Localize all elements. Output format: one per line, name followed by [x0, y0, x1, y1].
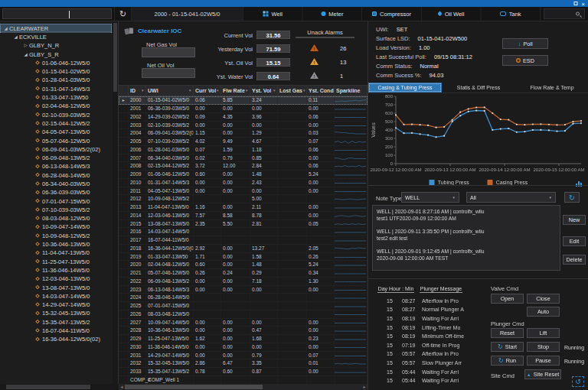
table-row[interactable]: 202710-09-047-14W5/00.000.000.000.00 [119, 318, 368, 327]
table-row[interactable]: 203315-35-047-13W5/20.780.600.870.00 [119, 368, 368, 376]
notes-list[interactable]: WELL | 2020-09-01 8:27:16 AM | controlfx… [372, 205, 560, 271]
tree-well-item[interactable]: 14-03-047-14W5/0 [0, 291, 112, 300]
note-item[interactable]: WELL | 2020-09-01 9:12:45 AM | controlfx… [377, 248, 556, 262]
nav-button-oil-well[interactable]: Oil Well [422, 7, 482, 21]
table-row[interactable]: 200214-29-039-02W5/20.094.353.960.06 [119, 113, 368, 122]
tree-well-item[interactable]: 06-28-046-14W5/0 [0, 171, 112, 179]
note-item[interactable]: WELL | 2020-09-11 3:35:50 PM | controlfx… [377, 228, 556, 242]
column-header-yst-vol[interactable]: Yst. Vol▼ [250, 86, 278, 96]
table-row[interactable]: 202608-03-048-12W5/0 [119, 310, 368, 319]
table-row[interactable]: 201311-04-047-13W5/01.160.002.110.00 [119, 203, 368, 212]
plunger-run-button[interactable]: ↻Run [491, 356, 524, 366]
table-row[interactable]: 203011-36-046-14W5/00.000.000.000.00 [119, 343, 368, 352]
valve-open-button[interactable]: Open [491, 294, 524, 304]
table-row[interactable]: 201816-36-044-12W5/0(02)2.920.0013.272.0… [119, 245, 368, 253]
new-note-button[interactable]: New [563, 215, 586, 225]
table-row[interactable]: 201104-05-047-13W5/00.000.000.000.00 [119, 187, 368, 195]
column-header-flw-rate[interactable]: Flw Rate▼ [221, 86, 250, 96]
tree-well-item[interactable]: 10-09-047-14W5/0 [0, 223, 112, 231]
table-row[interactable]: 200507-10-039-03W5/24.029.494.670.07 [119, 138, 368, 146]
table-row[interactable]: 201901-33-047-13W501.710.001.580.26 [119, 252, 368, 261]
tree-well-item[interactable]: 02-10-039-03W5/2 [0, 110, 112, 119]
plunger-pause-button[interactable]: Pause [527, 356, 560, 366]
table-row[interactable]: ▸200001-15-041-02W5/00.065.853.240.11 [119, 96, 368, 105]
column-header-sparkline[interactable]: Sparkline [335, 86, 368, 96]
tree-well-item[interactable]: 04-05-047-13W5/0 [0, 128, 112, 136]
tree-well-item[interactable]: 11-36-046-14W5/0 [0, 265, 112, 274]
tree-well-item[interactable]: 16-07-044-11W5/0 [0, 326, 112, 334]
tab-statis-diff-press[interactable]: Statis & Diff Press [442, 83, 515, 93]
sidebar-vscrollbar[interactable] [113, 21, 118, 384]
table-row[interactable]: 201513-08-047-13W5/02.355.502.810.05 [119, 219, 368, 228]
table-row[interactable]: 202105-07-046-12W5/00.260.240.290.34 [119, 269, 368, 278]
table-row[interactable]: 200601-28-041-03W5/00.071.591.180.06 [119, 146, 368, 154]
valve-close-button[interactable]: Close [527, 294, 560, 304]
table-hscrollbar[interactable]: ◄ ► [119, 384, 368, 390]
table-row[interactable]: 202002-04-048-12W5/00.600.001.485.24 [119, 261, 368, 269]
column-header-uwi[interactable]: UWI▼ [146, 86, 194, 96]
table-row[interactable]: 202507-01-047-15W5/0 [119, 302, 368, 310]
close-icon[interactable]: × [582, 1, 585, 7]
alarm-row-medium[interactable]: !13 [310, 58, 346, 65]
plunger-lift-button[interactable]: Lift [527, 328, 560, 338]
tree-well-item[interactable]: 06-36-039-03W5/0 [0, 188, 112, 197]
table-row[interactable]: 202406-28-046-14W5/0 [119, 294, 368, 302]
tree-well-item[interactable]: 08-03-048-12W5/0 [0, 214, 112, 223]
tree-well-item[interactable]: 07-10-039-03W5/2 [0, 205, 112, 213]
table-row[interactable]: 200706-34-040-03W5/00.020.790.850.00 [119, 154, 368, 162]
table-row[interactable]: COMP_#COMP_Well 1 [119, 376, 368, 385]
column-header-lost-gas[interactable]: Lost Gas▼ [278, 86, 307, 96]
tree-node-glby_n_r[interactable]: ▷GLBY_N_R [0, 41, 112, 50]
table-row[interactable]: 201412-03-046-13W5/07.578.588.780.00 [119, 212, 368, 220]
nav-button-tank[interactable]: Tank [481, 7, 541, 21]
history-button[interactable]: ↺ [572, 376, 584, 387]
column-header-id[interactable]: ID▼ [129, 86, 146, 96]
tree-well-item[interactable]: 01-28-041-03W5/0 [0, 76, 112, 84]
expanded-icon[interactable]: ◢ [12, 34, 19, 40]
tree-well-item[interactable]: 16-36-044-12W5/0(02) [0, 335, 112, 343]
expanded-icon[interactable]: ◢ [2, 25, 9, 31]
alarm-row-low[interactable]: !1 [310, 72, 343, 79]
expanded-icon[interactable]: ◢ [22, 51, 29, 57]
table-row[interactable]: 202206-09-048-13W5/20.000.007.181.30 [119, 278, 368, 286]
delete-note-button[interactable]: Delete [563, 255, 586, 265]
nav-button-compressor[interactable]: Compressor [362, 7, 422, 21]
table-row[interactable]: 201001-31-047-14W5/30.000.002.430.00 [119, 179, 368, 187]
table-row[interactable]: 202810-36-046-13W5/00.000.000.470.00 [119, 327, 368, 335]
tree-node-eckville[interactable]: ◢ECKVILLE [0, 32, 112, 41]
note-item[interactable]: WELL | 2020-09-01 8:27:16 AM | controlfx… [377, 208, 556, 222]
table-row[interactable]: 202911-25-047-13W5/01.620.001.680.23 [119, 335, 368, 343]
sidebar-hscrollbar[interactable] [0, 384, 119, 390]
table-row[interactable]: 200901-06-046-12W5/00.600.001.485.24 [119, 171, 368, 179]
search-input[interactable] [544, 8, 585, 19]
table-row[interactable]: 200802-15-044-12W5/23.7212.002.840.06 [119, 162, 368, 171]
plunger-stop-button[interactable]: Stop [527, 342, 560, 352]
tree-node-glby_s_r[interactable]: ◢GLBY_S_R [0, 50, 112, 58]
plunger-reset-button[interactable]: Reset [491, 328, 524, 338]
tree-well-item[interactable]: 06-09-048-13W5/2 [0, 153, 112, 161]
table-row[interactable]: 201614-03-047-14W5/0 [119, 228, 368, 236]
table-row[interactable]: 203114-29-047-14W5/00.000.000.790.07 [119, 351, 368, 359]
scroll-right-icon[interactable]: ► [361, 385, 368, 389]
filter-icon[interactable]: ▼ [302, 89, 305, 93]
table-row[interactable]: 201210-09-048-12W5/25.00 [119, 195, 368, 203]
tree-well-item[interactable]: 02-04-048-12W5/0 [0, 102, 112, 110]
tree-well-item[interactable]: 15-32-045-13W5/0 [0, 309, 112, 317]
poll-button[interactable]: ↓Poll [502, 38, 548, 49]
tree-well-item[interactable]: 15-35-047-13W5/2 [0, 317, 112, 326]
tree-well-item[interactable]: 01-06-046-12W5/0 [0, 58, 112, 67]
filter-icon[interactable]: ▼ [188, 89, 191, 93]
filter-icon[interactable]: ▼ [216, 89, 219, 93]
column-header-curr-vol[interactable]: Curr Vol▼ [194, 86, 221, 96]
column-header-yst-cond[interactable]: Yst. Cond▼ [307, 86, 335, 96]
tree-well-item[interactable]: 01-33-047-13W50 [0, 93, 112, 101]
tree-well-item[interactable]: 07-01-047-15W5/0 [0, 197, 112, 205]
tree-well-item[interactable]: 10-09-048-12W5/2 [0, 231, 112, 239]
filter-icon[interactable]: ▼ [245, 89, 248, 93]
filter-icon[interactable]: ▼ [141, 89, 144, 93]
restore-icon[interactable] [574, 2, 578, 5]
tree-well-item[interactable]: 06-34-040-03W5/0 [0, 179, 112, 187]
tab-flow-rate-temp[interactable]: Flow Rate & Temp [515, 83, 588, 93]
tree-node-clearwater[interactable]: ◢CLEARWATER [0, 24, 112, 32]
table-row[interactable]: 200106-36-039-03W5/00.000.000.000.00 [119, 105, 368, 113]
